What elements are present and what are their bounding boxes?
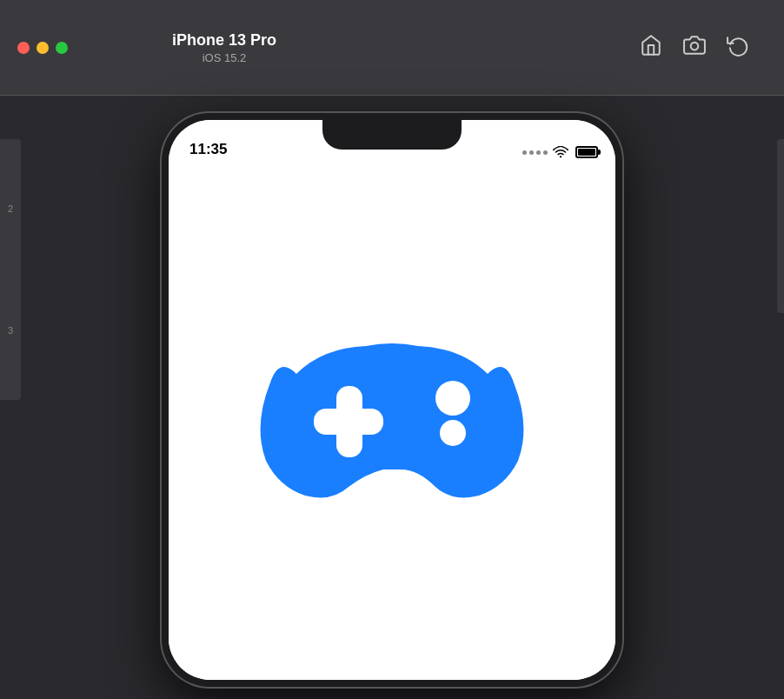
game-controller-icon [244,278,540,522]
device-name: iPhone 13 Pro [172,31,276,50]
status-right-icons [522,146,598,158]
status-time: 11:35 [189,141,227,158]
minimize-button[interactable] [37,42,49,54]
iphone-frame: 11:35 [162,113,622,687]
battery-icon [575,146,598,158]
svg-point-5 [440,420,466,446]
titlebar: iPhone 13 Pro iOS 15.2 [0,0,784,96]
app-content[interactable]: 11:35 [169,120,615,680]
simulator-area: 2 3 11:35 [0,96,784,699]
side-panel-left: 2 3 [0,139,21,400]
wifi-icon [553,146,568,158]
maximize-button[interactable] [56,42,68,54]
notch [322,120,462,150]
traffic-lights [17,42,68,54]
device-os: iOS 15.2 [203,51,247,64]
signal-icon [522,150,548,155]
device-info: iPhone 13 Pro iOS 15.2 [172,31,276,64]
svg-point-0 [691,42,699,50]
screenshot-button[interactable] [683,34,706,62]
side-panel-item: 2 [8,203,13,214]
toolbar-icons [640,34,749,62]
close-button[interactable] [17,42,30,54]
svg-point-4 [435,381,470,416]
rotate-button[interactable] [727,34,749,62]
home-button[interactable] [640,34,662,62]
side-panel-right [777,139,784,313]
side-panel-item: 3 [8,325,13,336]
svg-point-1 [560,156,561,157]
svg-rect-3 [336,386,362,457]
iphone-screen: 11:35 [169,120,615,680]
